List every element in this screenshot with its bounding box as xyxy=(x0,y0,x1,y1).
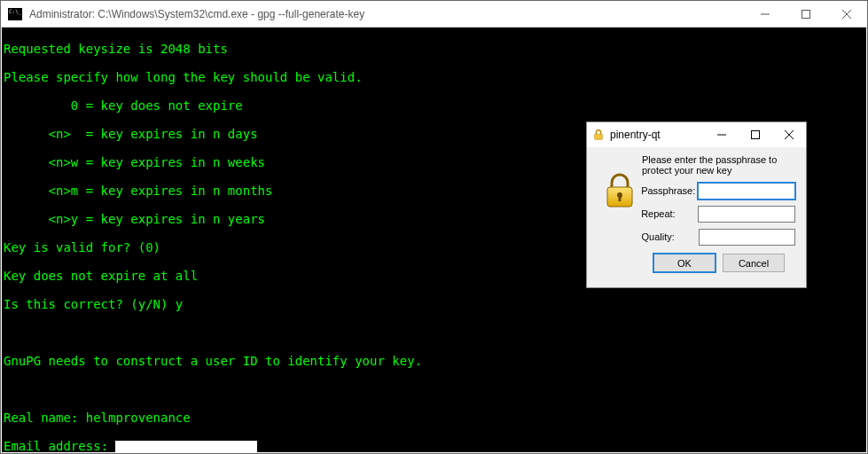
console-line: Email address: xyxy=(4,439,864,452)
dialog-close-button[interactable] xyxy=(772,122,806,147)
passphrase-label: Passphrase: xyxy=(641,185,698,196)
console-line: Is this correct? (y/N) y xyxy=(4,297,864,311)
repeat-input[interactable] xyxy=(698,206,795,223)
console-text: Email address: xyxy=(4,439,115,452)
close-button[interactable] xyxy=(826,1,867,27)
dialog-button-row: OK Cancel xyxy=(598,248,795,272)
dialog-body: Please enter the passphrase to protect y… xyxy=(587,147,806,281)
console-line: 0 = key does not expire xyxy=(4,98,864,113)
lock-icon xyxy=(604,173,636,208)
pinentry-dialog: pinentry-qt Please enter the passphrase … xyxy=(586,121,807,288)
lock-icon xyxy=(592,129,605,141)
dialog-maximize-button[interactable] xyxy=(739,122,772,147)
console-line: GnuPG needs to construct a user ID to id… xyxy=(4,354,864,368)
cmd-window-title: Administrator: C:\Windows\System32\cmd.e… xyxy=(29,8,745,20)
quality-meter xyxy=(699,229,795,246)
dialog-titlebar[interactable]: pinentry-qt xyxy=(587,122,806,147)
redacted-email xyxy=(115,441,257,452)
maximize-button[interactable] xyxy=(786,1,826,27)
console-line: Real name: helmprovenance xyxy=(4,411,864,425)
ok-button[interactable]: OK xyxy=(653,254,716,272)
svg-rect-11 xyxy=(618,195,621,201)
maximize-icon xyxy=(802,10,810,19)
minimize-button[interactable] xyxy=(745,1,786,27)
close-icon xyxy=(842,10,851,19)
minimize-icon xyxy=(761,10,770,19)
console-line: Please specify how long the key should b… xyxy=(4,70,864,84)
dialog-minimize-button[interactable] xyxy=(705,122,739,147)
passphrase-input[interactable] xyxy=(698,183,795,200)
titlebar-controls xyxy=(745,1,867,27)
maximize-icon xyxy=(751,130,760,139)
console-line: Requested keysize is 2048 bits xyxy=(4,42,864,56)
close-icon xyxy=(785,130,794,139)
quality-label: Quality: xyxy=(642,231,699,242)
svg-rect-6 xyxy=(752,131,760,139)
cmd-titlebar[interactable]: Administrator: C:\Windows\System32\cmd.e… xyxy=(1,1,867,27)
dialog-title: pinentry-qt xyxy=(610,129,705,141)
svg-rect-4 xyxy=(595,134,603,139)
repeat-label: Repeat: xyxy=(641,208,698,219)
console-line xyxy=(4,325,864,340)
minimize-icon xyxy=(717,130,726,139)
svg-rect-1 xyxy=(802,10,810,18)
console-line xyxy=(4,382,864,396)
cancel-button[interactable]: Cancel xyxy=(723,254,785,272)
cmd-icon xyxy=(8,8,22,20)
